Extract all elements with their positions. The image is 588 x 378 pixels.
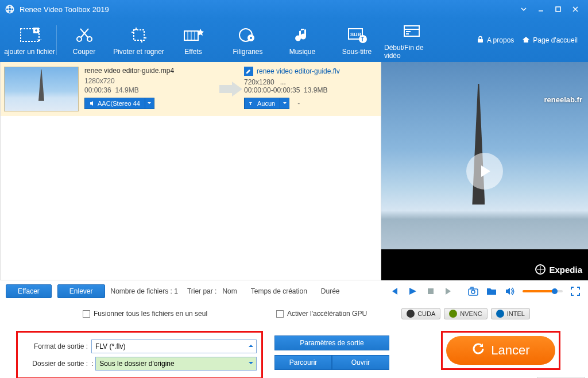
subtitle-icon: SUBT (347, 25, 368, 45)
music-button[interactable]: Musique (275, 20, 330, 61)
arrow-icon (218, 67, 244, 111)
output-folder-label: Dossier de sortie : (22, 360, 91, 368)
svg-point-5 (9, 11, 11, 13)
toolbar-label: Couper (73, 48, 95, 56)
open-folder-button[interactable] (486, 286, 497, 297)
svg-point-10 (77, 37, 82, 41)
watermark-icon (238, 25, 258, 45)
watermark-button[interactable]: Filigranes (220, 20, 275, 61)
edit-output-icon[interactable] (244, 67, 253, 76)
snapshot-button[interactable] (467, 286, 479, 297)
output-params-button[interactable]: Paramètres de sortie (274, 335, 389, 350)
volume-icon[interactable] (504, 286, 516, 297)
checkbox-icon (276, 310, 284, 318)
svg-rect-7 (556, 7, 560, 11)
output-settings-highlight: Format de sortie : FLV (*.flv) Dossier d… (16, 331, 263, 378)
stop-button[interactable] (425, 286, 436, 297)
play-button[interactable] (407, 286, 418, 297)
list-footer: Effacer Enlever Nombre de fichiers : 1 T… (0, 280, 381, 302)
toolbar-label: Pivoter et rogner (113, 48, 164, 56)
gpu-cuda-button[interactable]: CUDA (401, 308, 440, 319)
svg-point-1 (9, 8, 11, 11)
window-maximize-icon[interactable] (550, 3, 566, 15)
chevron-down-icon (248, 360, 254, 368)
app-logo-icon (5, 4, 15, 14)
gpu-intel-button[interactable]: INTEL (491, 308, 530, 319)
file-list: renee video editor-guide.mp4 1280x720 00… (0, 62, 381, 280)
launch-button[interactable]: Lancer (446, 336, 555, 365)
clear-button[interactable]: Effacer (6, 284, 52, 298)
gpu-accel-checkbox[interactable]: Activer l'accélération GPU (276, 310, 367, 318)
input-time-size: 00:00:36 14.9MB (84, 86, 218, 94)
cut-button[interactable]: Couper (57, 20, 111, 61)
svg-point-11 (87, 37, 92, 41)
preview-watermark: reneelab.fr (544, 95, 582, 104)
svg-rect-24 (406, 33, 409, 34)
crop-icon (129, 25, 149, 45)
svg-point-2 (6, 9, 8, 10)
video-preview[interactable]: reneelab.fr Expedia (381, 62, 588, 280)
input-resolution: 1280x720 (84, 77, 218, 85)
play-overlay-icon[interactable] (466, 153, 503, 190)
window-minimize-icon[interactable] (533, 3, 549, 15)
toolbar-label: Début/Fin de vidéo (384, 44, 439, 60)
svg-rect-28 (428, 288, 434, 294)
output-format-select[interactable]: FLV (*.flv) (91, 340, 257, 353)
sort-duration[interactable]: Durée (321, 287, 340, 295)
fullscreen-button[interactable] (570, 286, 581, 297)
scissors-icon (75, 25, 94, 45)
chevron-up-icon (248, 342, 254, 350)
checkbox-icon (83, 310, 90, 318)
next-button[interactable] (443, 286, 455, 297)
svg-point-16 (250, 37, 252, 39)
output-time-size: 00:00:00-00:00:35 13.9MB (244, 86, 377, 94)
refresh-icon (471, 342, 485, 359)
svg-rect-23 (406, 31, 411, 32)
sort-name[interactable]: Nom (222, 287, 237, 295)
player-controls (381, 280, 588, 302)
sort-ctime[interactable]: Temps de création (251, 287, 307, 295)
gpu-brand-buttons: CUDA NVENC INTEL (401, 308, 530, 319)
subtitle-button[interactable]: SUBT Sous-titre (330, 20, 384, 61)
music-note-icon (294, 25, 311, 45)
svg-point-3 (11, 9, 13, 10)
svg-text:T: T (249, 101, 252, 106)
home-icon (522, 36, 530, 45)
toolbar-label: Effets (184, 48, 202, 56)
remove-button[interactable]: Enlever (57, 284, 105, 298)
volume-slider[interactable] (523, 290, 563, 292)
home-link[interactable]: Page d'accueil (522, 36, 578, 45)
about-link[interactable]: A propos (477, 36, 514, 45)
subtitle-select[interactable]: TAucun (244, 98, 289, 109)
prev-button[interactable] (388, 286, 400, 297)
gpu-nvenc-button[interactable]: NVENC (444, 308, 488, 319)
svg-rect-25 (478, 39, 483, 43)
file-count: Nombre de fichiers : 1 (111, 287, 178, 295)
chevron-down-icon (280, 98, 289, 109)
open-button[interactable]: Ouvrir (332, 355, 389, 370)
toolbar-label: Filigranes (233, 48, 262, 56)
video-thumbnail (4, 67, 79, 111)
window-dropdown-icon[interactable] (516, 3, 532, 15)
merge-files-checkbox[interactable]: Fusionner tous les fichiers en un seul (83, 310, 207, 318)
svg-point-4 (9, 6, 11, 7)
toolbar-label: Sous-titre (342, 48, 372, 56)
output-folder-select[interactable]: Sous le dossier d'origine (95, 357, 257, 371)
input-file-name: renee video editor-guide.mp4 (84, 67, 218, 75)
window-close-icon[interactable] (567, 3, 583, 15)
add-file-icon (18, 25, 41, 45)
output-resolution: 720x1280 ... (244, 78, 377, 86)
rotate-crop-button[interactable]: Pivoter et rogner (111, 20, 166, 61)
svg-point-30 (471, 290, 475, 294)
intro-outro-button[interactable]: Début/Fin de vidéo (384, 20, 439, 61)
browse-button[interactable]: Parcourir (274, 355, 332, 370)
lock-icon (477, 36, 484, 45)
intro-icon (402, 21, 421, 41)
audio-track-select[interactable]: AAC(Stereo 44 (84, 98, 154, 109)
output-file-name: renee video editor-guide.flv (257, 67, 340, 75)
preview-brand: Expedia (535, 264, 582, 275)
file-row[interactable]: renee video editor-guide.mp4 1280x720 00… (1, 62, 381, 116)
add-file-button[interactable]: ajouter un fichier (2, 20, 57, 61)
titlebar: Renee Video Toolbox 2019 (0, 0, 588, 18)
effects-button[interactable]: Effets (166, 20, 220, 61)
